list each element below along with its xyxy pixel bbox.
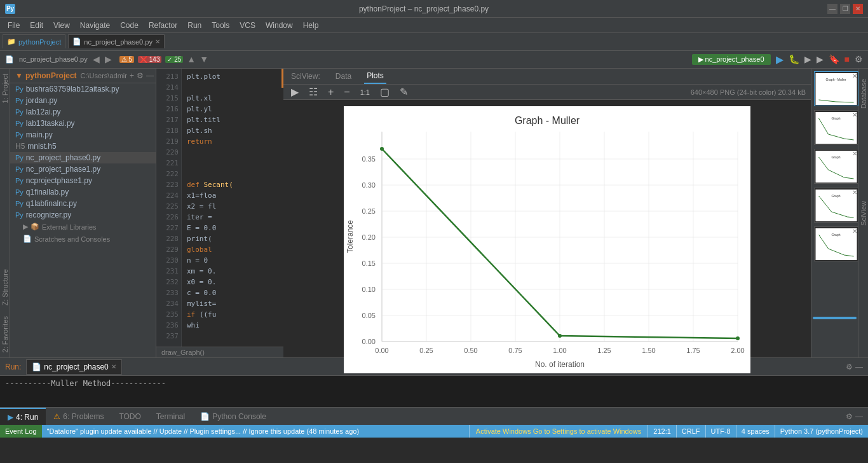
run-config-dropdown[interactable]: ▶ nc_project_phase0	[692, 54, 771, 65]
grid-view-btn[interactable]: ☷	[306, 85, 320, 99]
coverage-button[interactable]: ▶	[804, 54, 811, 64]
run-tab-close[interactable]: ✕	[111, 363, 116, 370]
project-panel-tab[interactable]: 1: Project	[0, 69, 10, 108]
menu-window[interactable]: Window	[261, 18, 298, 32]
profile-button[interactable]: ▶	[817, 54, 824, 64]
run-hide-icon[interactable]: —	[855, 363, 863, 371]
tree-file-main[interactable]: Pymain.py	[10, 129, 156, 141]
nav-back[interactable]: ◀	[93, 54, 100, 64]
debug-button[interactable]: 🐛	[789, 54, 799, 64]
code-lines[interactable]: plt.plot plt.xl plt.yl plt.titl plt.sh r…	[182, 69, 283, 347]
bottom-tabs: ▶ 4: Run ⚠ 6: Problems TODO Terminal 📄 P…	[0, 407, 868, 425]
tree-file-recognizer[interactable]: Pyrecognizer.py	[10, 209, 156, 221]
console-area[interactable]: ----------Muller Method------------	[0, 375, 868, 407]
sidebar-hide-icon[interactable]: —	[146, 71, 154, 80]
data-tab[interactable]: Data	[333, 69, 354, 83]
sciview-tab[interactable]: SciView:	[288, 69, 323, 83]
zoom-in-btn[interactable]: +	[325, 85, 336, 99]
ok-badge: ✓ 25	[165, 56, 183, 63]
window-title: pythonProject – nc_project_phase0.py	[20, 4, 827, 13]
tree-file-q1final[interactable]: Pyq1finallab.py	[10, 186, 156, 198]
tree-file-nc1[interactable]: Pync_project_phase1.py	[10, 163, 156, 175]
tree-file-mnist[interactable]: H5mnist.h5	[10, 141, 156, 152]
event-log-btn[interactable]: Event Log	[0, 425, 42, 438]
file-tab[interactable]: 📄 nc_project_phase0.py ✕	[68, 34, 165, 48]
project-tab[interactable]: 📁 pythonProject	[3, 34, 65, 48]
menu-refactor[interactable]: Refactor	[144, 18, 182, 32]
svg-text:Graph: Graph	[832, 233, 841, 237]
file-tab-close[interactable]: ✕	[155, 38, 160, 45]
thumb-5-close[interactable]: ✕	[852, 228, 857, 235]
nav-forward[interactable]: ▶	[105, 54, 112, 64]
stop-button[interactable]: ■	[844, 54, 850, 64]
file-tabs-row: 📁 pythonProject 📄 nc_project_phase0.py ✕	[0, 33, 868, 51]
close-button[interactable]: ✕	[853, 4, 863, 14]
tree-file-jordan[interactable]: Pyjordan.py	[10, 95, 156, 106]
code-area: 213214215216217 218219220221222 22322422…	[156, 69, 283, 347]
edit-btn[interactable]: ✎	[397, 85, 410, 99]
thumb-2-close[interactable]: ✕	[852, 111, 857, 118]
warning-nav-down[interactable]: ▼	[200, 54, 208, 64]
menu-edit[interactable]: Edit	[25, 18, 48, 32]
tree-scratches[interactable]: 📄 Scratches and Consoles	[10, 233, 156, 245]
svg-text:0.50: 0.50	[464, 347, 477, 354]
menu-file[interactable]: File	[3, 18, 25, 32]
menu-vcs[interactable]: VCS	[234, 18, 261, 32]
tree-file-bushra[interactable]: Pybushra63759lab12aitask.py	[10, 83, 156, 95]
run-settings-icon[interactable]: ⚙	[846, 363, 853, 371]
svg-text:Graph: Graph	[832, 194, 841, 198]
sidebar-expand-icon[interactable]: ▼	[15, 71, 23, 80]
bottom-settings-icon[interactable]: ⚙	[846, 412, 853, 421]
tab-run[interactable]: ▶ 4: Run	[0, 408, 46, 425]
maximize-button[interactable]: ❐	[840, 4, 850, 14]
tab-todo[interactable]: TODO	[111, 408, 148, 425]
thumb-4-close[interactable]: ✕	[852, 189, 857, 196]
menubar: File Edit View Navigate Code Refactor Ru…	[0, 18, 868, 33]
tab-terminal[interactable]: Terminal	[149, 408, 193, 425]
svg-text:1.25: 1.25	[597, 347, 611, 354]
svg-text:0.25: 0.25	[419, 347, 433, 354]
warning-nav-up[interactable]: ▲	[187, 54, 196, 64]
thumbnail-3[interactable]: Graph ✕	[814, 149, 858, 184]
plots-tab[interactable]: Plots	[364, 69, 386, 84]
menu-tools[interactable]: Tools	[207, 18, 234, 32]
thumbnail-1[interactable]: Graph - Muller ✕	[814, 71, 858, 106]
fit-to-window-btn[interactable]: ▶	[288, 85, 301, 99]
menu-help[interactable]: Help	[298, 18, 324, 32]
tree-file-nc0[interactable]: Pync_project_phase0.py	[10, 152, 156, 163]
actual-size-btn[interactable]: 1:1	[358, 87, 372, 97]
run-tab[interactable]: 📄 nc_project_phase0 ✕	[26, 359, 121, 375]
menu-view[interactable]: View	[48, 18, 75, 32]
sidebar-settings-icon[interactable]: ⚙	[137, 71, 144, 80]
tab-problems[interactable]: ⚠ 6: Problems	[46, 408, 111, 425]
fit-btn[interactable]: ▢	[377, 85, 392, 99]
tree-file-q1lab[interactable]: Pyq1labfinalnc.py	[10, 198, 156, 209]
sidebar-add-icon[interactable]: +	[130, 71, 134, 80]
svg-point-39	[380, 147, 384, 151]
bookmark-button[interactable]: 🔖	[829, 54, 839, 64]
menu-code[interactable]: Code	[115, 18, 144, 32]
error-badge: ❌ 143	[138, 56, 161, 63]
thumbnail-4[interactable]: Graph ✕	[814, 188, 858, 223]
database-vertical-tab[interactable]: Database	[858, 69, 868, 120]
run-button[interactable]: ▶	[776, 53, 783, 66]
tree-file-lab13task[interactable]: Pylab13taskai.py	[10, 118, 156, 129]
minimize-button[interactable]: —	[827, 4, 837, 14]
menu-run[interactable]: Run	[182, 18, 207, 32]
thumbnail-2[interactable]: Graph ✕	[814, 110, 858, 145]
tab-python-console[interactable]: 📄 Python Console	[193, 408, 274, 425]
favorites-panel-tab[interactable]: 2: Favorites	[0, 311, 10, 357]
top-area: 📁 pythonProject 📄 nc_project_phase0.py ✕…	[0, 33, 868, 69]
tree-file-lab12ai[interactable]: Pylab12ai.py	[10, 106, 156, 118]
structure-panel-tab[interactable]: Z: Structure	[0, 264, 10, 310]
bottom-hide-icon[interactable]: —	[855, 412, 863, 421]
settings-gear[interactable]: ⚙	[855, 54, 863, 64]
thumb-3-close[interactable]: ✕	[852, 150, 857, 157]
project-root-label[interactable]: pythonProject	[25, 71, 77, 80]
zoom-out-btn[interactable]: −	[341, 85, 352, 99]
thumb-1-close[interactable]: ✕	[852, 73, 857, 79]
tree-ext-libraries[interactable]: ▶ 📦 External Libraries	[10, 221, 156, 233]
thumbnail-5[interactable]: Graph ✕	[814, 226, 858, 261]
menu-navigate[interactable]: Navigate	[75, 18, 115, 32]
tree-file-ncphase1[interactable]: Pyncprojectphase1.py	[10, 175, 156, 186]
